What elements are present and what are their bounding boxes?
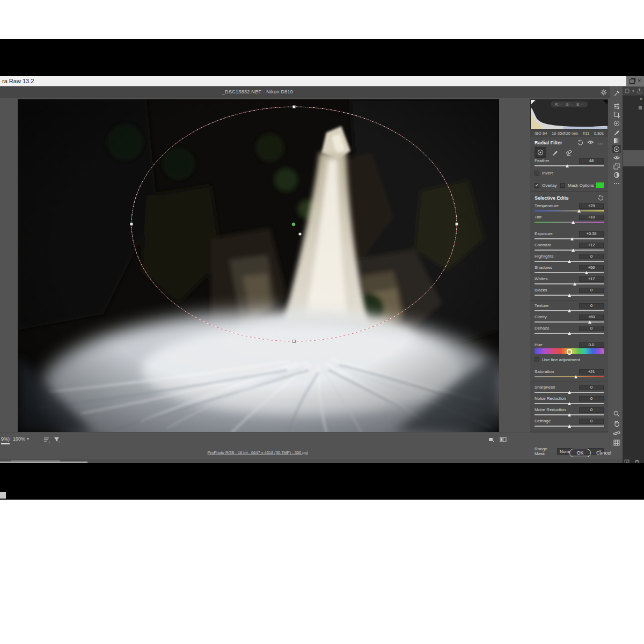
slider-track[interactable] xyxy=(535,259,604,264)
slider-track[interactable] xyxy=(535,164,604,168)
preferences-gear-icon[interactable] xyxy=(600,89,608,98)
grid-tool-icon[interactable] xyxy=(612,438,621,447)
mask-color-swatch[interactable] xyxy=(596,182,604,188)
crop-tool-icon[interactable] xyxy=(612,111,621,119)
eraser-tool-button[interactable] xyxy=(564,148,574,157)
brush-tool-button[interactable] xyxy=(550,148,560,157)
slider-track[interactable] xyxy=(535,424,604,428)
before-after-icon[interactable] xyxy=(499,436,507,445)
preview-eye-icon[interactable] xyxy=(587,140,594,146)
fine-adjustment-checkbox[interactable] xyxy=(535,357,539,362)
slider-thumb[interactable] xyxy=(573,282,576,286)
slider-thumb[interactable] xyxy=(585,271,588,274)
hue-value-box[interactable]: 0.0 xyxy=(579,342,604,348)
slider-thumb[interactable] xyxy=(568,413,571,416)
panel-menu-icon[interactable]: ... xyxy=(598,140,604,145)
slider-thumb[interactable] xyxy=(566,164,569,167)
slider-track[interactable] xyxy=(535,220,604,224)
slider-value-box[interactable]: 0 xyxy=(579,303,604,309)
slider-value-box[interactable]: +10 xyxy=(579,215,604,220)
mask-options-checkbox[interactable] xyxy=(560,183,565,188)
slider-track[interactable] xyxy=(535,413,604,417)
white-balance-tool-icon[interactable] xyxy=(612,89,621,97)
slider-track[interactable] xyxy=(535,270,604,275)
ok-button[interactable]: OK xyxy=(569,449,591,457)
slider-value-box[interactable]: 0 xyxy=(579,385,604,390)
slider-thumb[interactable] xyxy=(572,221,575,224)
share-icon[interactable] xyxy=(636,88,642,94)
zoom-tool-icon[interactable] xyxy=(612,409,621,418)
slider-track[interactable] xyxy=(535,248,604,252)
zoom-readout-partial[interactable]: 9%) xyxy=(1,436,10,444)
slider-track[interactable] xyxy=(535,309,604,313)
sort-order-icon[interactable] xyxy=(43,436,50,445)
slider-thumb[interactable] xyxy=(577,209,581,213)
brush-tool-icon[interactable] xyxy=(612,128,621,136)
hue-slider-thumb[interactable] xyxy=(566,349,572,355)
reset-selective-edits-icon[interactable] xyxy=(597,195,604,202)
slider-track[interactable] xyxy=(535,331,604,335)
hand-tool-icon[interactable] xyxy=(612,419,621,427)
reset-local-corrections-icon[interactable] xyxy=(577,140,583,147)
filter-icon[interactable] xyxy=(53,436,61,445)
slider-value-box[interactable]: +29 xyxy=(579,203,604,209)
slider-thumb[interactable] xyxy=(572,248,575,252)
histogram[interactable]: R: --G: --B: -- xyxy=(530,99,608,129)
straighten-tool-icon[interactable] xyxy=(612,429,621,437)
slider-value-box[interactable]: +0.35 xyxy=(579,231,604,237)
workflow-options-link[interactable]: ProPhoto RGB - 16 bit - 6647 x 4618 (30.… xyxy=(0,450,515,455)
slider-track[interactable] xyxy=(535,237,604,241)
radial-tool-button[interactable] xyxy=(535,147,546,158)
slider-value-box[interactable]: 0 xyxy=(579,419,604,424)
image-preview[interactable] xyxy=(18,99,499,432)
slider-value-box[interactable]: +17 xyxy=(579,276,604,282)
sampler-tool-icon[interactable] xyxy=(612,171,621,179)
slider-track[interactable] xyxy=(535,320,604,324)
heal-tool-icon[interactable] xyxy=(612,119,621,127)
slider-track[interactable] xyxy=(535,401,604,406)
slider-value-box[interactable]: 0 xyxy=(579,407,604,413)
slider-thumb[interactable] xyxy=(568,391,571,394)
slider-value-box[interactable]: 0 xyxy=(579,326,604,331)
slider-value-box[interactable]: 0 xyxy=(579,288,604,293)
slider-value-box[interactable]: 0 xyxy=(579,396,604,401)
slider-track[interactable] xyxy=(535,390,604,394)
slider-thumb[interactable] xyxy=(568,294,571,297)
slider-thumb[interactable] xyxy=(568,332,571,335)
slider-track[interactable] xyxy=(535,293,604,297)
preview-mode-icon[interactable] xyxy=(487,436,495,445)
cancel-button[interactable]: Cancel xyxy=(596,450,611,456)
slider-value-box[interactable]: +12 xyxy=(579,243,604,248)
shadow-clipping-icon[interactable] xyxy=(531,100,536,105)
slider-track[interactable] xyxy=(535,375,604,379)
slider-thumb[interactable] xyxy=(574,375,577,378)
invert-checkbox[interactable] xyxy=(535,171,539,175)
slider-value-box[interactable]: 0 xyxy=(579,254,604,259)
edit-tool-icon[interactable] xyxy=(612,102,621,110)
panels-tool-icon[interactable] xyxy=(612,162,621,170)
slider-thumb[interactable] xyxy=(568,425,571,428)
slider-thumb[interactable] xyxy=(588,320,591,324)
slider-value-box[interactable]: +50 xyxy=(579,265,604,270)
slider-thumb[interactable] xyxy=(568,260,571,263)
slider-track[interactable] xyxy=(535,209,604,213)
close-window-button[interactable]: × xyxy=(638,78,641,84)
more-tool-icon[interactable] xyxy=(612,179,621,187)
radial-filter-tool-icon[interactable] xyxy=(612,145,621,153)
collapse-panels-icon[interactable]: » xyxy=(640,96,642,101)
restore-window-button[interactable] xyxy=(630,79,635,84)
slider-thumb[interactable] xyxy=(568,402,571,405)
zoom-chevron-icon[interactable]: ▾ xyxy=(27,436,29,441)
gradient-tool-icon[interactable] xyxy=(612,136,621,144)
slider-value-box[interactable]: +60 xyxy=(579,314,604,320)
slider-thumb[interactable] xyxy=(570,237,574,240)
red-eye-tool-icon[interactable] xyxy=(612,153,621,162)
zoom-level-select[interactable]: 100% xyxy=(13,436,25,442)
panel-chevron-icon[interactable]: ▾ xyxy=(632,89,634,93)
hue-slider-track[interactable] xyxy=(535,348,604,354)
highlight-clipping-icon[interactable] xyxy=(603,100,608,105)
slider-value-box[interactable]: +21 xyxy=(579,369,604,375)
overlay-checkbox[interactable] xyxy=(535,183,539,188)
slider-track[interactable] xyxy=(535,282,604,286)
slider-value-box[interactable]: 48 xyxy=(579,158,604,164)
